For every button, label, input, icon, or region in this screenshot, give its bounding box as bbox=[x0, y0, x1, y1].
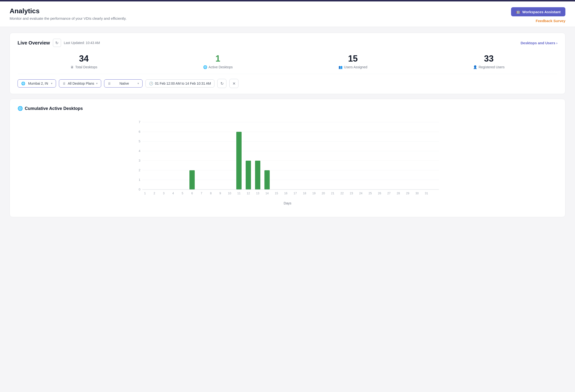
svg-text:30: 30 bbox=[415, 192, 419, 195]
svg-text:16: 16 bbox=[284, 192, 288, 195]
svg-text:6: 6 bbox=[139, 130, 140, 133]
svg-text:27: 27 bbox=[387, 192, 391, 195]
date-filter-value: 01 Feb 12:00 AM to 14 Feb 10:31 AM bbox=[155, 81, 211, 85]
svg-text:0: 0 bbox=[139, 188, 140, 191]
svg-text:18: 18 bbox=[303, 192, 306, 195]
globe-icon: 🌐 bbox=[203, 65, 207, 69]
registered-users-label: 👤 Registered Users bbox=[473, 65, 504, 69]
total-desktops-value: 34 bbox=[79, 54, 89, 64]
chart-card: 🌐 Cumulative Active Desktops 7 6 5 4 3 2… bbox=[10, 99, 565, 217]
plan-chevron-icon: ▾ bbox=[96, 82, 97, 85]
svg-text:25: 25 bbox=[368, 192, 372, 195]
active-desktops-value: 1 bbox=[216, 54, 220, 64]
svg-text:1: 1 bbox=[144, 192, 146, 195]
svg-text:10: 10 bbox=[228, 192, 231, 195]
registered-users-icon: 👤 bbox=[473, 65, 477, 69]
svg-rect-16 bbox=[190, 170, 195, 190]
svg-text:2: 2 bbox=[154, 192, 155, 195]
svg-text:1: 1 bbox=[139, 178, 140, 182]
location-filter-value: Mumbai 2, IN bbox=[28, 81, 48, 85]
last-updated-label: Last Updated: 10:43 AM bbox=[64, 41, 100, 45]
desktop-plan-value: All Desktop Plans bbox=[68, 81, 94, 85]
svg-text:24: 24 bbox=[359, 192, 362, 195]
header-left: Analytics Monitor and evaluate the perfo… bbox=[10, 7, 126, 21]
date-refresh-button[interactable]: ↻ bbox=[217, 79, 226, 88]
filters-row: 🌐 Mumbai 2, IN ▾ 🖥 All Desktop Plans ▾ 🖥… bbox=[18, 79, 557, 88]
svg-text:6: 6 bbox=[191, 192, 193, 195]
stat-total-desktops: 34 🖥 Total Desktops bbox=[71, 54, 97, 69]
svg-rect-17 bbox=[236, 132, 241, 190]
live-overview-left: Live Overview ↻ Last Updated: 10:43 AM bbox=[18, 39, 100, 47]
registered-users-value: 33 bbox=[484, 54, 494, 64]
svg-text:17: 17 bbox=[293, 192, 297, 195]
svg-text:28: 28 bbox=[397, 192, 400, 195]
svg-text:31: 31 bbox=[425, 192, 428, 195]
svg-text:19: 19 bbox=[312, 192, 316, 195]
svg-text:21: 21 bbox=[331, 192, 334, 195]
svg-text:15: 15 bbox=[275, 192, 278, 195]
date-filter[interactable]: 🕐 01 Feb 12:00 AM to 14 Feb 10:31 AM bbox=[145, 79, 215, 88]
stat-users-assigned: 15 👥 Users Assigned bbox=[338, 54, 367, 69]
page-subtitle: Monitor and evaluate the performance of … bbox=[10, 16, 126, 21]
svg-text:7: 7 bbox=[201, 192, 202, 195]
svg-text:4: 4 bbox=[172, 192, 174, 195]
svg-text:9: 9 bbox=[219, 192, 221, 195]
desktops-link-label: Desktops and Users bbox=[521, 41, 555, 45]
stats-card: Live Overview ↻ Last Updated: 10:43 AM D… bbox=[10, 33, 565, 94]
svg-text:3: 3 bbox=[163, 192, 165, 195]
svg-text:8: 8 bbox=[210, 192, 212, 195]
type-filter[interactable]: 🖥 Native ▾ bbox=[104, 79, 143, 88]
location-chevron-icon: ▾ bbox=[51, 82, 52, 85]
svg-rect-19 bbox=[255, 161, 260, 190]
svg-text:2: 2 bbox=[139, 168, 140, 172]
svg-text:Days: Days bbox=[284, 201, 291, 205]
type-chevron-icon: ▾ bbox=[138, 82, 139, 85]
desktops-and-users-link[interactable]: Desktops and Users › bbox=[521, 41, 557, 45]
live-overview-title: Live Overview bbox=[18, 40, 50, 46]
bar-chart: 7 6 5 4 3 2 1 0 bbox=[18, 118, 557, 209]
location-filter[interactable]: 🌐 Mumbai 2, IN ▾ bbox=[18, 79, 56, 88]
header-right: 🤖 Workspaces Assistant Feedback Survey bbox=[511, 7, 565, 23]
chart-title: 🌐 Cumulative Active Desktops bbox=[18, 106, 557, 111]
type-filter-value: Native bbox=[120, 81, 129, 85]
svg-text:14: 14 bbox=[265, 192, 269, 195]
main-content: Live Overview ↻ Last Updated: 10:43 AM D… bbox=[0, 27, 575, 223]
svg-rect-20 bbox=[264, 170, 270, 190]
type-filter-icon: 🖥 bbox=[108, 81, 111, 85]
svg-text:23: 23 bbox=[350, 192, 353, 195]
refresh-icon: ↻ bbox=[220, 81, 224, 86]
desktop-plan-filter[interactable]: 🖥 All Desktop Plans ▾ bbox=[59, 79, 101, 88]
users-assigned-icon: 👥 bbox=[338, 65, 342, 69]
desktop-icon: 🖥 bbox=[71, 65, 74, 69]
live-overview-header: Live Overview ↻ Last Updated: 10:43 AM D… bbox=[18, 39, 557, 47]
stats-row: 34 🖥 Total Desktops 1 🌐 Active Desktops … bbox=[18, 52, 557, 74]
users-assigned-value: 15 bbox=[348, 54, 358, 64]
robot-icon: 🤖 bbox=[516, 10, 520, 14]
desktop-plan-icon: 🖥 bbox=[63, 81, 66, 85]
svg-text:7: 7 bbox=[139, 120, 140, 124]
header: Analytics Monitor and evaluate the perfo… bbox=[0, 1, 575, 27]
workspaces-btn-label: Workspaces Assistant bbox=[522, 10, 561, 14]
total-desktops-label: 🖥 Total Desktops bbox=[71, 65, 97, 69]
chart-globe-icon: 🌐 bbox=[18, 106, 23, 111]
page-title: Analytics bbox=[10, 7, 126, 15]
users-assigned-label: 👥 Users Assigned bbox=[338, 65, 367, 69]
chevron-right-icon: › bbox=[556, 41, 557, 45]
feedback-survey-link[interactable]: Feedback Survey bbox=[536, 19, 565, 23]
svg-text:11: 11 bbox=[237, 192, 241, 195]
svg-rect-18 bbox=[246, 161, 251, 190]
date-clear-button[interactable]: ✕ bbox=[229, 79, 239, 88]
svg-text:3: 3 bbox=[139, 159, 140, 162]
chart-svg-container: 7 6 5 4 3 2 1 0 bbox=[18, 118, 557, 210]
refresh-button[interactable]: ↻ bbox=[53, 39, 61, 47]
close-icon: ✕ bbox=[233, 81, 236, 86]
workspaces-assistant-button[interactable]: 🤖 Workspaces Assistant bbox=[511, 7, 565, 16]
stat-active-desktops: 1 🌐 Active Desktops bbox=[203, 54, 233, 69]
svg-text:29: 29 bbox=[406, 192, 409, 195]
active-desktops-label: 🌐 Active Desktops bbox=[203, 65, 233, 69]
svg-text:22: 22 bbox=[340, 192, 344, 195]
svg-text:4: 4 bbox=[139, 149, 140, 153]
svg-text:5: 5 bbox=[139, 140, 140, 143]
location-filter-icon: 🌐 bbox=[21, 81, 25, 85]
svg-text:13: 13 bbox=[256, 192, 259, 195]
